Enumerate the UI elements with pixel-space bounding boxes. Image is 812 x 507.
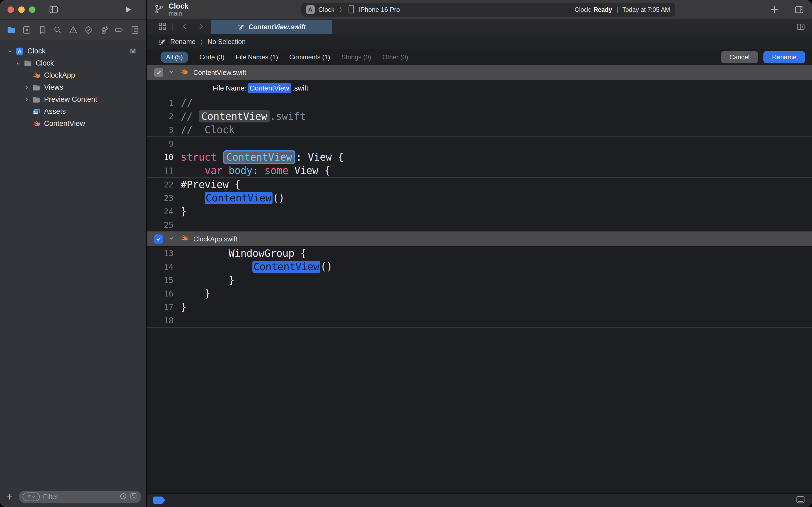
tab-contentview-swift[interactable]: ContentView.swift [211, 20, 332, 34]
run-destination[interactable]: iPhone 16 Pro [359, 6, 400, 13]
code-text: ContentView() [173, 261, 333, 273]
toolbar-actions [768, 4, 805, 15]
code-text: // Clock [173, 124, 234, 135]
code-line: 11 var body: some View { [147, 164, 812, 177]
folder-icon [23, 59, 33, 68]
back-chevron-icon[interactable] [178, 22, 192, 32]
tree-item-label: Views [44, 83, 63, 92]
code-line: 14 ContentView() [147, 260, 812, 273]
jump-bar-context[interactable]: No Selection [208, 38, 246, 46]
scheme-chevron: 〉 [340, 6, 342, 13]
collapse-chevron-icon[interactable] [168, 68, 175, 76]
chevron-down-icon[interactable] [6, 48, 13, 54]
xcode-window: ClockMClockClockAppViewsPreview ContentA… [0, 0, 812, 507]
tree-item-views[interactable]: Views [0, 81, 146, 94]
tree-item-clock[interactable]: ClockM [0, 45, 146, 57]
chevron-down-icon[interactable] [15, 60, 22, 66]
scope-file[interactable]: File Names (1) [236, 52, 278, 63]
source-control-navigator-icon[interactable] [21, 24, 33, 36]
tree-item-label: Preview Content [44, 95, 97, 104]
add-item-button[interactable]: + [5, 492, 14, 502]
breakpoint-toggle-icon[interactable] [153, 497, 165, 504]
jump-bar-chevron: 〉 [200, 38, 203, 46]
tree-item-label: Assets [44, 107, 66, 116]
tests-navigator-icon[interactable] [83, 24, 95, 36]
run-button[interactable] [122, 4, 134, 15]
filter-options-icon[interactable] [22, 493, 40, 501]
forward-chevron-icon[interactable] [194, 22, 207, 32]
jump-bar-tool[interactable]: Rename [170, 38, 196, 46]
scope-strings[interactable]: Strings (0) [341, 52, 371, 63]
section-file-name: ClockApp.swift [193, 235, 237, 243]
add-remove-icon[interactable] [129, 492, 137, 501]
code-text: } [173, 206, 187, 217]
code-text: var body: some View { [173, 165, 330, 176]
file-name-label: File Name: [213, 84, 246, 92]
status-separator: | [617, 6, 618, 13]
line-number: 17 [147, 302, 173, 312]
file-name-highlight[interactable]: ContentView [247, 83, 291, 93]
code-text: } [173, 274, 234, 286]
chevron-right-icon[interactable] [23, 84, 30, 91]
include-file-checkbox[interactable] [154, 234, 163, 243]
tree-item-label: ContentView [44, 119, 85, 128]
scope-other[interactable]: Other (0) [383, 52, 408, 63]
tree-item-preview-content[interactable]: Preview Content [0, 94, 146, 106]
bottom-bar-toggle-icon[interactable] [795, 495, 806, 506]
file-section-header[interactable]: ClockApp.swift [147, 231, 812, 246]
minimize-window-button[interactable] [18, 6, 25, 13]
tree-item-clockapp[interactable]: ClockApp [0, 69, 146, 81]
tab-title: ContentView.swift [248, 23, 305, 31]
bookmarks-navigator-icon[interactable] [36, 24, 48, 36]
scope-code[interactable]: Code (3) [199, 52, 225, 63]
tree-item-label: ClockApp [44, 71, 75, 79]
rename-field[interactable]: ContentView [223, 150, 295, 164]
line-number: 2 [147, 112, 173, 121]
line-number: 23 [147, 193, 173, 203]
iphone-device-icon [347, 5, 355, 15]
code-line: 17} [147, 300, 812, 314]
code-text: // ContentView.swift [173, 111, 306, 122]
project-title-block[interactable]: Clock main [169, 2, 188, 17]
close-window-button[interactable] [7, 6, 14, 13]
zoom-window-button[interactable] [29, 6, 36, 13]
scope-comments[interactable]: Comments (1) [289, 52, 330, 63]
recents-clock-icon[interactable] [119, 492, 127, 501]
scope-all[interactable]: All (5) [161, 52, 188, 63]
rename-occurrence[interactable]: ContentView [205, 192, 273, 204]
editor-overview-icon[interactable] [158, 22, 167, 32]
inspector-toggle-icon[interactable] [793, 4, 805, 15]
rename-occurrence[interactable]: ContentView [252, 261, 321, 273]
sidebar-bottom-bar: + Filter [0, 489, 146, 507]
line-number: 9 [147, 139, 173, 149]
tree-item-contentview[interactable]: ContentView [0, 118, 146, 130]
find-navigator-icon[interactable] [52, 24, 64, 36]
filter-placeholder: Filter [43, 493, 116, 501]
include-file-checkbox[interactable] [154, 68, 163, 77]
filter-field[interactable]: Filter [19, 491, 141, 503]
section-file-name: ContentView.swift [193, 69, 246, 76]
file-section-header[interactable]: ContentView.swift [147, 65, 812, 80]
project-navigator-icon[interactable] [5, 24, 17, 36]
split-editor-icon[interactable] [796, 20, 812, 34]
issues-navigator-icon[interactable] [67, 24, 79, 36]
rename-button[interactable]: Rename [763, 51, 805, 63]
chevron-right-icon[interactable] [23, 97, 30, 103]
sidebar-toggle-icon[interactable] [48, 4, 60, 15]
line-number: 15 [147, 276, 173, 285]
debug-navigator-icon[interactable] [98, 24, 110, 36]
collapse-chevron-icon[interactable] [168, 235, 175, 243]
library-plus-icon[interactable] [768, 4, 780, 15]
breakpoints-navigator-icon[interactable] [114, 24, 125, 36]
reports-navigator-icon[interactable] [129, 24, 141, 36]
scope-filters: All (5)Code (3)File Names (1)Comments (1… [161, 52, 408, 63]
line-number: 16 [147, 289, 173, 298]
line-number: 11 [147, 166, 173, 175]
rename-occurrence[interactable]: ContentView [199, 110, 270, 122]
scope-actions: Cancel Rename [721, 51, 805, 63]
scheme-selector[interactable]: A Clock 〉 iPhone 16 Pro [306, 5, 400, 15]
tree-item-assets[interactable]: Assets [0, 106, 146, 118]
tree-item-clock[interactable]: Clock [0, 57, 146, 69]
code-line: 23 ContentView() [147, 191, 812, 205]
cancel-button[interactable]: Cancel [721, 51, 758, 63]
